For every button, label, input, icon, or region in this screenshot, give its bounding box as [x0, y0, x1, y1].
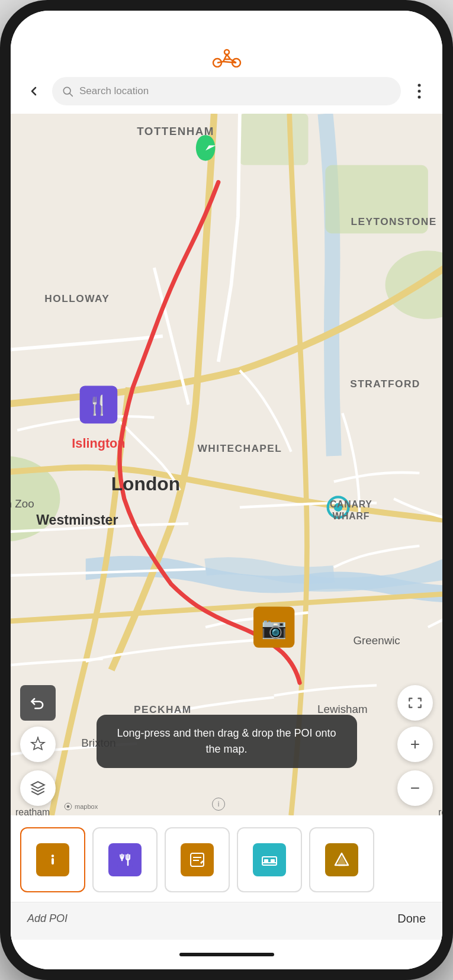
frame-button[interactable] — [397, 685, 433, 721]
map-background: 🍴 📷 TOTTENHAM LEYTONSTONE STRATFORD HOLL… — [11, 114, 442, 815]
svg-text:📷: 📷 — [261, 615, 287, 640]
poi-icon-restaurant[interactable] — [92, 827, 158, 892]
undo-button[interactable] — [20, 685, 56, 721]
poi-icon-info[interactable] — [20, 827, 85, 892]
svg-text:STRATFORD: STRATFORD — [350, 378, 420, 390]
mapbox-attribution: mapbox — [64, 802, 98, 811]
phone-inner: Search location — [11, 11, 442, 969]
poi-info-icon — [36, 843, 69, 876]
svg-point-11 — [418, 84, 421, 87]
more-icon — [417, 83, 421, 99]
svg-rect-53 — [117, 852, 133, 867]
poi-panel: Add POI Done — [11, 815, 442, 940]
poi-restaurant-icon — [108, 843, 142, 876]
svg-point-52 — [52, 854, 54, 857]
svg-rect-17 — [240, 114, 309, 165]
zoom-out-button[interactable]: − — [397, 770, 433, 806]
svg-text:TOTTENHAM: TOTTENHAM — [137, 125, 214, 137]
svg-text:WHITECHAPEL: WHITECHAPEL — [197, 442, 282, 454]
svg-rect-51 — [52, 858, 54, 865]
svg-text:reatham: reatham — [15, 807, 50, 815]
poi-footer: Add POI Done — [11, 902, 442, 940]
search-placeholder: Search location — [79, 85, 149, 97]
svg-text:WHARF: WHARF — [332, 511, 370, 521]
svg-line-3 — [223, 54, 227, 62]
svg-text:Westminster: Westminster — [36, 512, 118, 528]
svg-text:🍴: 🍴 — [86, 394, 110, 416]
zoom-in-button[interactable]: + — [397, 727, 433, 762]
svg-text:Lewisham: Lewisham — [317, 703, 367, 715]
search-icon — [62, 85, 73, 97]
poi-icon-note[interactable] — [165, 827, 230, 892]
svg-line-10 — [70, 94, 73, 97]
poi-icon-campsite[interactable] — [309, 827, 374, 892]
poi-tooltip: Long-press and then drag & drop the POI … — [97, 715, 357, 768]
poi-icons-row — [11, 815, 442, 902]
svg-point-2 — [224, 50, 229, 54]
poi-icon-accommodation[interactable] — [237, 827, 302, 892]
app-header: Search location — [11, 40, 442, 114]
back-button[interactable] — [23, 80, 45, 102]
home-bar — [179, 953, 274, 956]
svg-text:Greenwic: Greenwic — [353, 634, 400, 647]
svg-point-49 — [67, 805, 70, 808]
search-bar[interactable]: Search location — [52, 77, 401, 105]
poi-note-icon — [181, 843, 214, 876]
add-poi-label[interactable]: Add POI — [27, 912, 68, 925]
svg-text:roo: roo — [438, 807, 442, 815]
svg-text:HOLLOWAY: HOLLOWAY — [44, 293, 110, 304]
map-container[interactable]: 🍴 📷 TOTTENHAM LEYTONSTONE STRATFORD HOLL… — [11, 114, 442, 815]
status-bar — [11, 11, 442, 40]
svg-text:LEYTONSTONE: LEYTONSTONE — [351, 216, 436, 227]
svg-text:London: London — [111, 473, 180, 494]
search-row: Search location — [23, 77, 430, 105]
more-button[interactable] — [408, 80, 430, 102]
map-info-button[interactable]: i — [212, 798, 225, 811]
svg-point-13 — [418, 96, 421, 99]
home-indicator — [11, 940, 442, 969]
poi-campsite-icon — [325, 843, 358, 876]
svg-point-12 — [418, 90, 421, 93]
svg-text:CANARY: CANARY — [330, 499, 372, 509]
poi-accommodation-icon — [253, 843, 286, 876]
layers-button[interactable] — [20, 770, 56, 806]
phone-frame: Search location — [0, 0, 453, 980]
svg-text:Islington: Islington — [72, 436, 125, 451]
location-button[interactable] — [20, 727, 56, 762]
done-button[interactable]: Done — [397, 912, 426, 926]
svg-text:PECKHAM: PECKHAM — [134, 703, 192, 715]
app-logo — [209, 46, 245, 70]
svg-line-4 — [217, 62, 223, 63]
svg-text:London Zoo: London Zoo — [11, 497, 34, 510]
